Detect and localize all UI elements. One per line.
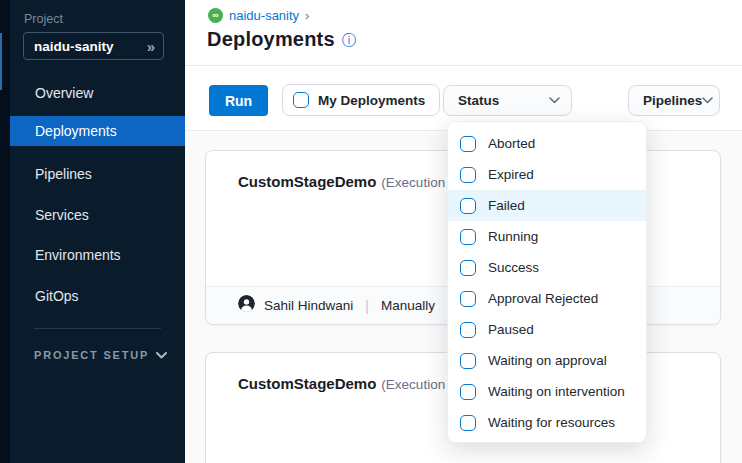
avatar <box>238 295 255 316</box>
checkbox[interactable] <box>460 136 476 152</box>
module-rail-accent <box>0 33 2 90</box>
project-label: Project <box>24 12 63 26</box>
project-setup-toggle[interactable]: PROJECT SETUP <box>34 349 167 361</box>
status-option-waiting-on-intervention[interactable]: Waiting on intervention <box>448 376 646 407</box>
checkbox[interactable] <box>460 291 476 307</box>
double-chevron-icon: » <box>147 39 155 54</box>
chevron-down-icon <box>702 97 713 104</box>
status-option-aborted[interactable]: Aborted <box>448 128 646 159</box>
run-button[interactable]: Run <box>209 85 268 116</box>
checkbox[interactable] <box>460 322 476 338</box>
status-option-success[interactable]: Success <box>448 252 646 283</box>
status-dropdown-panel: Aborted Expired Failed Running Success A… <box>447 121 647 443</box>
checkbox[interactable] <box>460 167 476 183</box>
pipeline-name[interactable]: CustomStageDemo <box>238 375 376 392</box>
sidebar-item-pipelines[interactable]: Pipelines <box>10 159 185 189</box>
sidebar-divider <box>34 328 161 329</box>
checkbox[interactable] <box>460 260 476 276</box>
page-title: Deployments <box>207 28 335 51</box>
sidebar-item-overview[interactable]: Overview <box>10 78 185 108</box>
sidebar-item-deployments[interactable]: Deployments <box>10 116 185 146</box>
breadcrumb: ∞ naidu-sanity › <box>208 8 309 23</box>
checkbox[interactable] <box>460 198 476 214</box>
page-header: ∞ naidu-sanity › Deployments ⓘ <box>185 0 742 66</box>
my-deployments-checkbox[interactable] <box>293 92 309 108</box>
my-deployments-filter[interactable]: My Deployments <box>282 84 440 116</box>
status-option-failed[interactable]: Failed <box>448 190 646 221</box>
status-filter-dropdown[interactable]: Status <box>443 85 572 116</box>
trigger-type: Manually <box>381 298 435 313</box>
my-deployments-label: My Deployments <box>318 93 425 108</box>
checkbox[interactable] <box>460 229 476 245</box>
checkbox[interactable] <box>460 415 476 431</box>
breadcrumb-chevron-icon: › <box>305 8 309 23</box>
checkbox[interactable] <box>460 384 476 400</box>
status-option-paused[interactable]: Paused <box>448 314 646 345</box>
triggered-by: Sahil Hindwani <box>264 298 353 313</box>
module-rail <box>0 0 10 463</box>
chevron-down-icon <box>549 97 560 104</box>
project-setup-label: PROJECT SETUP <box>34 349 149 361</box>
sidebar-item-services[interactable]: Services <box>10 200 185 230</box>
project-selector-value: naidu-sanity <box>34 39 147 54</box>
sidebar-item-environments[interactable]: Environments <box>10 240 185 270</box>
footer-separator: | <box>362 298 372 314</box>
status-option-expired[interactable]: Expired <box>448 159 646 190</box>
sidebar-item-gitops[interactable]: GitOps <box>10 281 185 311</box>
project-sidebar: Project naidu-sanity » Overview Deployme… <box>10 0 185 463</box>
cd-module-icon: ∞ <box>208 8 223 23</box>
info-icon[interactable]: ⓘ <box>342 33 356 47</box>
project-selector[interactable]: naidu-sanity » <box>23 32 164 60</box>
status-option-running[interactable]: Running <box>448 221 646 252</box>
pipelines-filter-dropdown[interactable]: Pipelines <box>628 85 720 116</box>
breadcrumb-project-link[interactable]: naidu-sanity <box>229 8 299 23</box>
status-option-approval-rejected[interactable]: Approval Rejected <box>448 283 646 314</box>
chevron-down-icon <box>156 352 167 359</box>
checkbox[interactable] <box>460 353 476 369</box>
status-option-waiting-on-approval[interactable]: Waiting on approval <box>448 345 646 376</box>
status-option-waiting-for-resources[interactable]: Waiting for resources <box>448 407 646 438</box>
pipeline-name[interactable]: CustomStageDemo <box>238 173 376 190</box>
